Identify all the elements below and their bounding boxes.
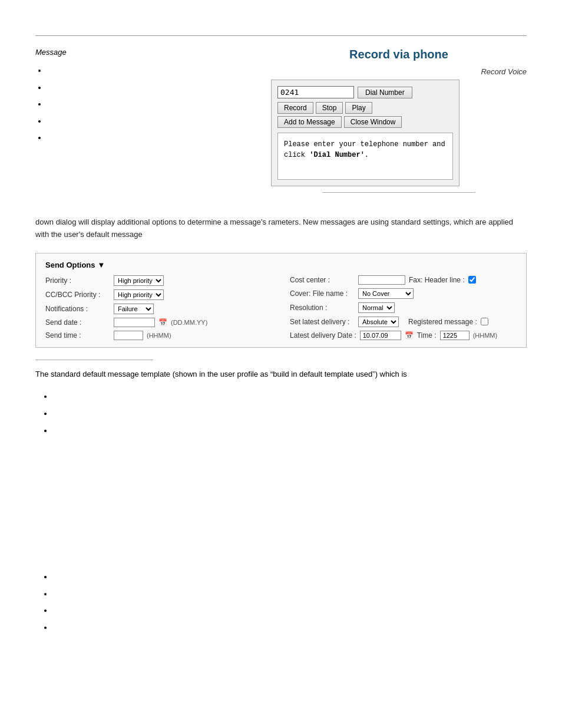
record-section: Message Record via phone Record Voice Di… (35, 48, 527, 199)
priority-row: Priority : High priority Normal Low prio… (45, 275, 272, 286)
send-options-panel: Send Options ▼ Priority : High priority … (35, 253, 527, 348)
bullet-3 (47, 96, 247, 113)
standard-text: The standard default message template (s… (35, 368, 527, 381)
send-date-input[interactable] (114, 318, 155, 327)
notifications-select[interactable]: Failure Success None (114, 304, 154, 314)
cover-file-select[interactable]: No Cover Default Cover (358, 288, 414, 299)
registered-label: Registered message : (408, 318, 477, 326)
cost-center-input[interactable] (358, 275, 405, 285)
time-hint: (HHMM) (473, 332, 498, 339)
add-to-message-button[interactable]: Add to Message (277, 116, 342, 128)
std-bullet-3 (53, 423, 527, 440)
resolution-label: Resolution : (290, 304, 355, 312)
cover-file-row: Cover: File name : No Cover Default Cove… (290, 288, 517, 299)
latest-delivery-date-input[interactable] (360, 331, 401, 340)
cost-center-row: Cost center : Fax: Header line : (290, 275, 517, 285)
options-grid: Priority : High priority Normal Low prio… (45, 275, 517, 340)
priority-label: Priority : (45, 276, 110, 285)
notifications-label: Notifications : (45, 305, 110, 313)
spacer (35, 445, 527, 563)
bullet-5 (47, 130, 247, 147)
phone-number-input[interactable] (277, 86, 354, 98)
send-time-row: Send time : (HHMM) (45, 331, 272, 340)
registered-checkbox[interactable] (481, 318, 488, 325)
priority-select[interactable]: High priority Normal Low priority (114, 275, 164, 286)
std-bullet-7 (53, 620, 527, 637)
play-button[interactable]: Play (345, 102, 372, 114)
fax-header-label: Fax: Header line : (409, 276, 465, 284)
cover-file-label: Cover: File name : (290, 289, 355, 298)
main-content: Message Record via phone Record Voice Di… (0, 36, 562, 654)
dial-button[interactable]: Dial Number (358, 87, 412, 98)
std-bullet-5 (53, 586, 527, 603)
message-row: Add to Message Close Window (277, 116, 453, 128)
bullet-4 (47, 113, 247, 130)
record-button[interactable]: Record (277, 102, 313, 114)
phone-row: Dial Number (277, 86, 453, 98)
notifications-row: Notifications : Failure Success None (45, 304, 272, 314)
std-bullet-6 (53, 602, 527, 620)
stop-button[interactable]: Stop (316, 102, 343, 114)
description-text: down dialog will display additional opti… (35, 216, 527, 241)
set-latest-row: Set latest delivery : Absolute Relative … (290, 317, 517, 327)
time-label: Time : (417, 331, 437, 340)
bullet-2 (47, 80, 247, 97)
send-time-input[interactable] (114, 331, 143, 340)
std-bullet-4 (53, 569, 527, 586)
ccbcc-select[interactable]: High priority Normal Low priority (114, 289, 164, 300)
calendar-icon[interactable]: 📅 (158, 318, 167, 327)
message-label: Message (35, 48, 247, 57)
resolution-row: Resolution : Normal High Low (290, 302, 517, 313)
cost-center-label: Cost center : (290, 276, 355, 284)
calendar2-icon[interactable]: 📅 (405, 331, 414, 340)
close-window-button[interactable]: Close Window (344, 116, 402, 128)
record-title: Record via phone (271, 48, 527, 61)
bullet-1 (47, 62, 247, 80)
set-latest-label: Set latest delivery : (290, 318, 355, 326)
latest-delivery-row: Latest delivery Date : 📅 Time : (HHMM) (290, 331, 517, 340)
control-row: Record Stop Play (277, 102, 453, 114)
std-bullet-2 (53, 406, 527, 423)
send-date-row: Send date : 📅 (DD.MM.YY) (45, 318, 272, 327)
standard-bullets-2 (35, 569, 527, 636)
record-voice-label: Record Voice (271, 67, 527, 76)
left-options: Priority : High priority Normal Low prio… (45, 275, 272, 340)
bottom-divider (35, 360, 153, 360)
latest-delivery-label: Latest delivery Date : (290, 331, 356, 340)
send-date-hint: (DD.MM.YY) (171, 319, 207, 326)
standard-bullets-1 (35, 388, 527, 439)
fax-header-checkbox[interactable] (468, 276, 476, 284)
ccbcc-row: CC/BCC Priority : High priority Normal L… (45, 289, 272, 300)
left-message: Message (35, 48, 247, 199)
send-time-label: Send time : (45, 331, 110, 340)
std-bullet-1 (53, 388, 527, 406)
status-box: Please enter your telephone number and c… (277, 133, 453, 180)
send-time-hint: (HHMM) (147, 332, 171, 339)
right-panel: Record via phone Record Voice Dial Numbe… (271, 48, 527, 199)
send-date-label: Send date : (45, 318, 110, 327)
resolution-select[interactable]: Normal High Low (358, 302, 395, 313)
message-bullets (35, 62, 247, 147)
time-input[interactable] (440, 331, 470, 340)
phone-widget: Dial Number Record Stop Play Add to Mess… (271, 80, 459, 186)
widget-divider (322, 192, 475, 193)
ccbcc-label: CC/BCC Priority : (45, 291, 110, 299)
right-options: Cost center : Fax: Header line : Cover: … (290, 275, 517, 340)
send-options-header: Send Options ▼ (45, 261, 517, 269)
set-latest-select[interactable]: Absolute Relative (358, 317, 399, 327)
dropdown-arrow-icon[interactable]: ▼ (98, 261, 105, 269)
